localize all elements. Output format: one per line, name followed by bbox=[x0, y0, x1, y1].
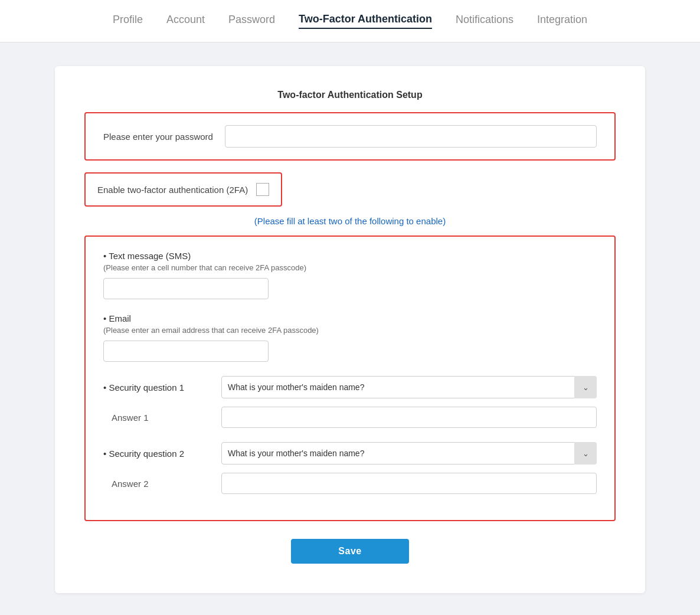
answer1-label: Answer 1 bbox=[103, 413, 210, 423]
answer2-label: Answer 2 bbox=[103, 479, 210, 489]
password-input[interactable] bbox=[225, 125, 597, 148]
tab-account[interactable]: Account bbox=[166, 14, 205, 28]
nav-tabs: Profile Account Password Two-Factor Auth… bbox=[0, 0, 700, 42]
email-hint: (Please enter an email address that can … bbox=[103, 326, 597, 335]
security-q1-section: Security question 1 What is your mother'… bbox=[103, 376, 597, 428]
tab-integration[interactable]: Integration bbox=[537, 14, 587, 28]
twofa-fields-container: Text message (SMS) (Please enter a cell … bbox=[84, 235, 616, 521]
sms-section: Text message (SMS) (Please enter a cell … bbox=[103, 251, 597, 299]
security-q1-label: Security question 1 bbox=[103, 382, 210, 392]
tab-password[interactable]: Password bbox=[228, 14, 275, 28]
answer2-row: Answer 2 bbox=[103, 473, 597, 494]
fill-notice: (Please fill at least two of the followi… bbox=[84, 216, 616, 226]
sms-hint: (Please enter a cell number that can rec… bbox=[103, 263, 597, 272]
tab-two-factor[interactable]: Two-Factor Authentication bbox=[299, 13, 432, 29]
section-title: Two-factor Authentication Setup bbox=[84, 90, 616, 100]
sms-input[interactable] bbox=[103, 278, 269, 299]
email-input[interactable] bbox=[103, 341, 269, 362]
security-q2-section: Security question 2 What is your mother'… bbox=[103, 442, 597, 494]
answer1-input[interactable] bbox=[221, 407, 597, 428]
security-q1-row: Security question 1 What is your mother'… bbox=[103, 376, 597, 398]
twofa-enable-row: Enable two-factor authentication (2FA) bbox=[84, 172, 282, 207]
security-q1-select[interactable]: What is your mother's maiden name? What … bbox=[221, 376, 597, 398]
security-q2-select-wrapper: What is your mother's maiden name? What … bbox=[221, 442, 597, 464]
twofa-label: Enable two-factor authentication (2FA) bbox=[97, 185, 248, 195]
answer2-input[interactable] bbox=[221, 473, 597, 494]
security-q2-select[interactable]: What is your mother's maiden name? What … bbox=[221, 442, 597, 464]
twofa-checkbox[interactable] bbox=[256, 183, 269, 196]
security-q1-select-wrapper: What is your mother's maiden name? What … bbox=[221, 376, 597, 398]
email-label: Email bbox=[103, 313, 597, 323]
tab-notifications[interactable]: Notifications bbox=[456, 14, 513, 28]
answer1-row: Answer 1 bbox=[103, 407, 597, 428]
save-button[interactable]: Save bbox=[291, 539, 408, 564]
save-btn-wrapper: Save bbox=[84, 539, 616, 564]
password-label: Please enter your password bbox=[103, 132, 213, 142]
sms-label: Text message (SMS) bbox=[103, 251, 597, 261]
password-row: Please enter your password bbox=[84, 112, 616, 161]
security-q2-label: Security question 2 bbox=[103, 449, 210, 459]
email-section: Email (Please enter an email address tha… bbox=[103, 313, 597, 362]
settings-card: Two-factor Authentication Setup Please e… bbox=[55, 66, 645, 593]
security-q2-row: Security question 2 What is your mother'… bbox=[103, 442, 597, 464]
main-content: Two-factor Authentication Setup Please e… bbox=[0, 42, 700, 615]
tab-profile[interactable]: Profile bbox=[113, 14, 143, 28]
